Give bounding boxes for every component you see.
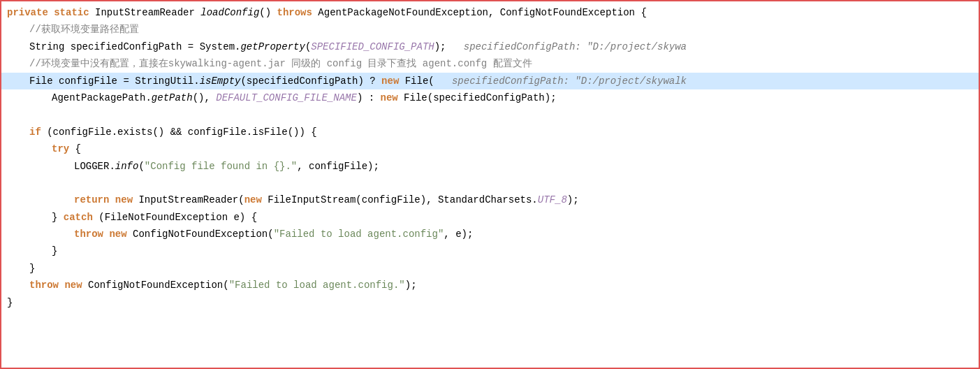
code-line-5: File configFile = StringUtil. isEmpty (s…: [1, 73, 979, 89]
code-text: (: [305, 39, 311, 55]
code-text: [103, 226, 109, 242]
comment-text: //获取环境变量路径配置: [29, 22, 139, 37]
keyword-catch: catch: [64, 210, 93, 225]
code-line-1: private static InputStreamReader loadCon…: [1, 4, 979, 21]
string-failed-load-2: "Failed to load agent.config.": [229, 277, 405, 293]
keyword-private: private: [7, 5, 48, 20]
keyword-throw-2: throw: [29, 277, 59, 293]
code-text: InputStreamReader(: [133, 192, 244, 208]
code-line-8: if (configFile.exists() && configFile.is…: [1, 124, 979, 140]
keyword-new-4: new: [244, 192, 262, 208]
code-text: (),: [193, 90, 217, 106]
code-text: FileInputStream(configFile), StandardCha…: [262, 192, 538, 208]
code-text: }: [7, 295, 13, 310]
code-text: [7, 175, 13, 191]
code-text: ) :: [357, 90, 381, 106]
code-line-6: AgentPackagePath. getPath (), DEFAULT_CO…: [1, 89, 979, 106]
code-text: InputStreamReader: [89, 5, 201, 20]
code-text: , e);: [444, 226, 473, 242]
code-text: (): [259, 5, 277, 20]
code-line-17: throw new ConfigNotFoundException( "Fail…: [1, 277, 979, 294]
code-viewer: private static InputStreamReader loadCon…: [0, 0, 980, 369]
const-utf8: UTF_8: [538, 192, 567, 208]
keyword-if: if: [29, 124, 41, 140]
code-line-2: //获取环境变量路径配置: [1, 21, 979, 38]
keyword-new-6: new: [64, 277, 82, 293]
code-line-7: [1, 106, 979, 123]
code-text: }: [29, 261, 35, 276]
code-text: File(: [399, 73, 434, 89]
code-text: }: [52, 243, 57, 259]
keyword-throws: throws: [277, 5, 312, 20]
code-text: File configFile = StringUtil.: [29, 73, 200, 89]
code-text: {: [69, 141, 81, 157]
code-text: (specifiedConfigPath) ?: [240, 73, 381, 89]
code-text: );: [567, 192, 579, 208]
const-default-config: DEFAULT_CONFIG_FILE_NAME: [216, 90, 357, 106]
keyword-try: try: [52, 141, 69, 157]
keyword-throw: throw: [74, 226, 103, 242]
hint-configPath: specifiedConfigPath: "D:/project/skywalk: [434, 73, 687, 89]
code-text: String specifiedConfigPath = System.: [29, 39, 240, 55]
code-text: , configFile);: [297, 159, 379, 174]
code-text: [109, 192, 115, 208]
code-text: [48, 5, 54, 20]
code-line-10: LOGGER. info ( "Config file found in {}.…: [1, 158, 979, 175]
code-text: (: [138, 159, 144, 174]
hint-specifiedConfigPath: specifiedConfigPath: "D:/project/skywa: [446, 39, 687, 55]
comment-text-2: //环境变量中没有配置，直接在skywalking-agent.jar 同级的 …: [29, 56, 532, 71]
keyword-static: static: [54, 5, 89, 20]
method-info: info: [115, 159, 139, 174]
string-failed-load: "Failed to load agent.config": [274, 226, 444, 242]
code-text: AgentPackageNotFoundException, ConfigNot…: [312, 5, 647, 20]
code-text: ConfigNotFoundException(: [127, 226, 274, 242]
code-line-12: return new InputStreamReader( new FileIn…: [1, 191, 979, 208]
keyword-return: return: [74, 192, 109, 208]
keyword-new-2: new: [381, 90, 398, 106]
code-line-16: }: [1, 260, 979, 277]
code-text: ConfigNotFoundException(: [82, 277, 229, 293]
string-config-found: "Config file found in {}.": [145, 159, 297, 174]
code-text: File(specifiedConfigPath);: [398, 90, 557, 106]
code-line-14: throw new ConfigNotFoundException( "Fail…: [1, 226, 979, 243]
code-line-11: [1, 175, 979, 191]
code-text: (configFile.exists() && configFile.isFil…: [41, 124, 317, 140]
code-text: );: [434, 39, 446, 55]
keyword-new: new: [381, 73, 399, 89]
code-text: [7, 107, 13, 122]
code-text: [59, 277, 64, 293]
code-text: (FileNotFoundException e) {: [93, 210, 257, 225]
code-line-13: } catch (FileNotFoundException e) {: [1, 209, 979, 226]
method-getProperty: getProperty: [240, 39, 305, 55]
code-text: );: [405, 277, 417, 293]
keyword-new-3: new: [115, 192, 133, 208]
code-text: }: [52, 210, 64, 225]
method-isEmpty: isEmpty: [200, 73, 241, 89]
const-specified: SPECIFIED_CONFIG_PATH: [311, 39, 434, 55]
code-text: AgentPackagePath.: [52, 90, 152, 106]
method-name: loadConfig: [200, 5, 259, 20]
code-line-4: //环境变量中没有配置，直接在skywalking-agent.jar 同级的 …: [1, 55, 979, 72]
keyword-new-5: new: [109, 226, 126, 242]
code-line-3: String specifiedConfigPath = System. get…: [1, 38, 979, 55]
method-getPath: getPath: [152, 90, 193, 106]
code-line-15: }: [1, 243, 979, 259]
code-line-9: try {: [1, 140, 979, 157]
code-text: LOGGER.: [74, 159, 115, 174]
code-line-18: }: [1, 294, 979, 311]
